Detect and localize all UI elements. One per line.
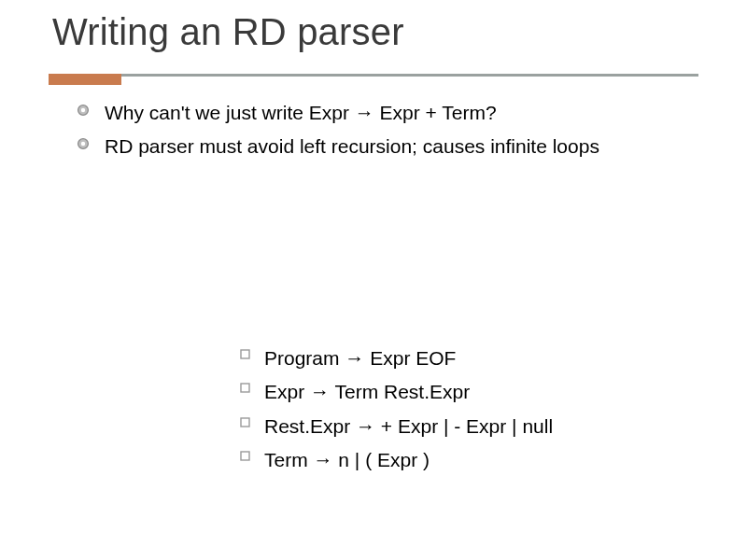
grammar-item: Term → n | ( Expr ) bbox=[238, 446, 710, 474]
slide: Writing an RD parser Why can't we just w… bbox=[0, 0, 747, 560]
grammar-text: Term → n | ( Expr ) bbox=[264, 446, 430, 474]
grammar-text: Expr → Term Rest.Expr bbox=[264, 378, 470, 406]
grammar-list: Program → Expr EOF Expr → Term Rest.Expr… bbox=[75, 167, 710, 475]
bullet-text: Why can't we just write Expr → Expr + Te… bbox=[105, 99, 710, 127]
square-bullet-icon bbox=[238, 383, 251, 393]
title-rule-accent bbox=[49, 74, 121, 85]
square-bullet-icon bbox=[238, 451, 251, 461]
bullet-item: Why can't we just write Expr → Expr + Te… bbox=[75, 99, 710, 127]
square-bullet-icon bbox=[238, 417, 251, 427]
slide-body: Why can't we just write Expr → Expr + Te… bbox=[0, 77, 747, 475]
disc-bullet-icon bbox=[75, 137, 92, 150]
svg-rect-7 bbox=[241, 452, 249, 460]
svg-rect-5 bbox=[241, 384, 249, 392]
disc-bullet-icon bbox=[75, 104, 92, 117]
grammar-item: Program → Expr EOF bbox=[238, 344, 710, 372]
square-bullet-icon bbox=[238, 349, 251, 359]
grammar-text: Rest.Expr → + Expr | - Expr | null bbox=[264, 413, 553, 441]
title-rule bbox=[49, 74, 698, 77]
slide-title: Writing an RD parser bbox=[0, 11, 747, 74]
title-rule-wrap bbox=[0, 74, 747, 77]
bullet-text: RD parser must avoid left recursion; cau… bbox=[105, 133, 710, 161]
bullet-item: RD parser must avoid left recursion; cau… bbox=[75, 133, 710, 161]
grammar-item: Rest.Expr → + Expr | - Expr | null bbox=[238, 413, 710, 441]
grammar-item: Expr → Term Rest.Expr bbox=[238, 378, 710, 406]
svg-rect-6 bbox=[241, 418, 249, 427]
svg-point-1 bbox=[81, 108, 85, 112]
svg-rect-4 bbox=[241, 350, 249, 358]
svg-point-3 bbox=[81, 142, 85, 146]
grammar-text: Program → Expr EOF bbox=[264, 344, 456, 372]
